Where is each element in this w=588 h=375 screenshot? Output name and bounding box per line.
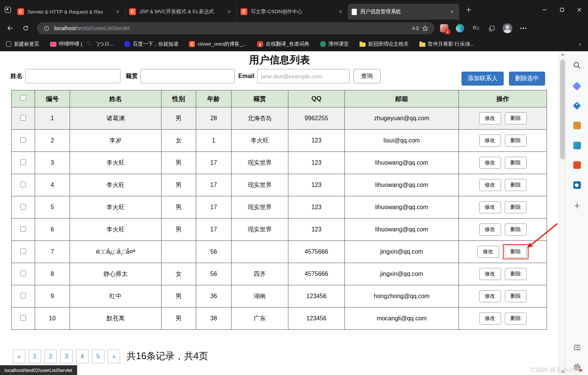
email-input[interactable] (257, 69, 350, 83)
extension-icon-2[interactable] (454, 22, 466, 34)
search-icon[interactable] (572, 60, 582, 71)
add-icon[interactable] (572, 201, 582, 211)
workspaces-icon[interactable] (2, 0, 14, 20)
bookmark-item[interactable]: 新建标签页 (6, 41, 40, 47)
row-checkbox[interactable] (20, 248, 26, 254)
modify-button[interactable]: 修改 (479, 290, 501, 302)
page-content: 用户信息列表 姓名 籍贯 Email 查询 添加联系人 删除选中 编号姓名性别年… (0, 51, 559, 375)
delete-button[interactable]: 删除 (505, 201, 527, 213)
maximize-button[interactable] (553, 0, 571, 20)
cell-age: 17 (196, 152, 232, 174)
refresh-icon[interactable] (20, 22, 32, 34)
close-button[interactable] (571, 0, 588, 20)
row-checkbox[interactable] (20, 159, 26, 165)
select-all-checkbox[interactable] (20, 95, 26, 101)
tab-close-icon[interactable]: × (337, 8, 344, 15)
favorite-star-icon[interactable] (420, 23, 430, 33)
modify-button[interactable]: 修改 (479, 312, 501, 324)
cell-qq: 123456 (288, 285, 345, 308)
delete-button[interactable]: 删除 (505, 223, 527, 236)
row-checkbox[interactable] (20, 315, 26, 321)
operations-cell: 修改删除 (459, 219, 547, 241)
tab-close-icon[interactable]: × (226, 8, 233, 15)
settings-more-icon[interactable] (517, 22, 529, 34)
page-number[interactable]: 4 (76, 350, 88, 363)
delete-button[interactable]: 删除 (505, 179, 527, 191)
row-checkbox[interactable] (20, 115, 26, 121)
modify-button[interactable]: 修改 (479, 112, 501, 124)
delete-button[interactable]: 删除 (505, 157, 527, 169)
row-checkbox[interactable] (20, 204, 26, 210)
column-header: 编号 (35, 90, 70, 107)
profile-avatar[interactable] (501, 22, 513, 34)
page-number[interactable]: 2 (44, 350, 57, 363)
delete-selected-button[interactable]: 删除选中 (509, 72, 545, 86)
designer-icon[interactable] (572, 140, 582, 151)
row-checkbox[interactable] (20, 226, 26, 232)
folder-icon (419, 43, 425, 47)
delete-button[interactable]: 删除 (505, 112, 527, 124)
outlook-icon[interactable] (572, 180, 582, 190)
collections-icon[interactable] (486, 22, 498, 34)
delete-button[interactable]: 删除 (505, 246, 527, 258)
cell-qq: 4575666 (288, 263, 345, 285)
favorites-hub-icon[interactable] (470, 22, 482, 34)
cell-email: zhugeyuan@qq.com (345, 107, 459, 130)
tab-close-icon[interactable]: × (114, 8, 121, 15)
scrollbar-thumb[interactable] (560, 60, 565, 159)
modify-button[interactable]: 修改 (479, 179, 501, 191)
delete-button[interactable]: 删除 (505, 312, 527, 324)
page-number[interactable]: 5 (92, 350, 104, 363)
checkbox-cell (12, 107, 35, 130)
extension-icon[interactable]: 1 (438, 22, 450, 34)
modify-button[interactable]: 修改 (479, 223, 501, 236)
browser-tab[interactable]: CJSP & MVC开发模式 & EL表达式× (125, 4, 236, 20)
delete-button[interactable]: 删除 (505, 268, 527, 280)
copilot-icon[interactable] (572, 81, 582, 91)
new-tab-button[interactable] (462, 3, 475, 16)
bookmark-item[interactable]: y在线翻译_有道词典 (257, 41, 309, 47)
bookmark-item[interactable]: 暂伴月将影 行乐须... (419, 41, 474, 47)
browser-tab[interactable]: CServlet & HTTP & Request & Res× (14, 4, 125, 20)
address-bar[interactable]: localhost/test02/userListServlet A (37, 22, 434, 34)
page-number[interactable]: 1 (29, 350, 41, 363)
modify-button[interactable]: 修改 (477, 246, 499, 258)
delete-button[interactable]: 删除 (505, 290, 527, 302)
modify-button[interactable]: 修改 (479, 157, 501, 169)
search-button[interactable]: 查询 (353, 69, 381, 83)
bookmark-item[interactable]: 哔哩哔哩 ( ゜- ゜)つロ... (50, 41, 114, 47)
modify-button[interactable]: 修改 (479, 201, 501, 213)
bookmark-item[interactable]: 潭州课堂 (320, 41, 349, 47)
page-prev[interactable]: « (13, 350, 25, 363)
bookmark-item[interactable]: 百度一下，你就知道 (124, 41, 179, 47)
site-info-icon[interactable] (41, 23, 51, 33)
browser-tab[interactable]: 用户信息管理系统× (348, 4, 459, 20)
page-next[interactable]: » (108, 350, 120, 363)
page-number[interactable]: 3 (60, 350, 73, 363)
back-icon[interactable] (4, 22, 16, 34)
row-checkbox[interactable] (20, 293, 26, 298)
toolbox-icon[interactable] (572, 120, 582, 131)
open-sidebar-icon[interactable] (572, 342, 582, 353)
add-contact-button[interactable]: 添加联系人 (462, 72, 504, 86)
bookmark-item[interactable]: 新冠疫情论文相关 (360, 41, 409, 47)
modify-button[interactable]: 修改 (479, 135, 501, 147)
row-checkbox[interactable] (20, 137, 26, 143)
name-input[interactable] (25, 69, 120, 83)
bookmark-item[interactable]: Cclover_oreo的博客_... (189, 41, 247, 47)
tab-close-icon[interactable]: × (449, 8, 455, 15)
delete-button[interactable]: 删除 (505, 135, 527, 147)
minimize-button[interactable] (536, 0, 553, 20)
m365-icon[interactable] (572, 160, 582, 170)
read-aloud-icon[interactable]: A (410, 23, 420, 33)
bookmarks-overflow-icon[interactable]: › (579, 40, 581, 48)
browser-tab[interactable]: C写文章-CSDN创作中心× (236, 4, 348, 20)
cell-name: 红中 (70, 285, 161, 308)
shopping-icon[interactable] (572, 100, 582, 111)
modify-button[interactable]: 修改 (479, 268, 501, 280)
origin-input[interactable] (140, 69, 235, 83)
row-checkbox[interactable] (20, 182, 26, 187)
table-header-row: 编号姓名性别年龄籍贯QQ邮箱操作 (12, 90, 547, 107)
scroll-up-icon[interactable] (559, 51, 566, 57)
row-checkbox[interactable] (20, 271, 26, 276)
